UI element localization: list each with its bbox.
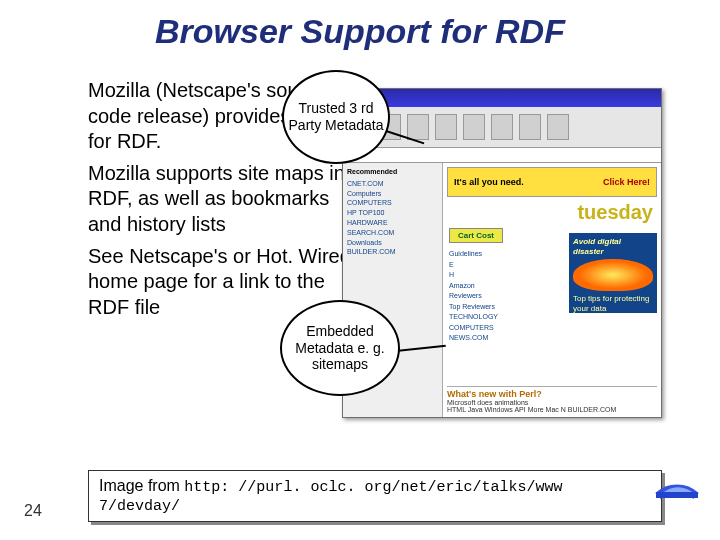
toolbar-icon: [491, 114, 513, 140]
sidebar-items: CNET.COM Computers COMPUTERS HP TOP100 H…: [347, 179, 438, 257]
toolbar-icon: [407, 114, 429, 140]
callout-text: Embedded Metadata e. g. sitemaps: [286, 323, 394, 373]
callout-trusted-metadata: Trusted 3 rd Party Metadata: [282, 70, 390, 164]
promo-box: Avoid digital disaster Top tips for prot…: [569, 233, 657, 313]
fireball-icon: [573, 259, 653, 291]
address-bar: [343, 147, 661, 163]
page-main: It's all you need. Click Here! tuesday C…: [443, 163, 661, 417]
slide-number: 24: [24, 502, 42, 520]
story-block: What's new with Perl? Microsoft does ani…: [447, 386, 657, 413]
paragraph-2: Mozilla supports site maps in RDF, as we…: [88, 161, 368, 238]
day-heading: tuesday: [443, 201, 661, 224]
credit-prefix: Image from: [99, 477, 184, 494]
corner-logo-icon: [654, 460, 700, 500]
promo-sub: Top tips for protecting your data: [573, 294, 653, 313]
cart-button: Cart Cost: [449, 228, 503, 243]
callout-text: Trusted 3 rd Party Metadata: [288, 100, 384, 134]
story-subtext: Microsoft does animations HTML Java Wind…: [447, 399, 657, 413]
story-headline: What's new with Perl?: [447, 389, 657, 399]
sidebar-header: Recommended: [347, 167, 438, 177]
window-titlebar: [343, 89, 661, 107]
svg-rect-0: [656, 492, 698, 498]
image-credit: Image from http: //purl. oclc. org/net/e…: [88, 470, 662, 522]
ad-banner: It's all you need. Click Here!: [447, 167, 657, 197]
slide-title: Browser Support for RDF: [0, 12, 720, 51]
toolbar-icon: [435, 114, 457, 140]
banner-cta: Click Here!: [603, 177, 650, 187]
callout-embedded-metadata: Embedded Metadata e. g. sitemaps: [280, 300, 400, 396]
toolbar-icon: [463, 114, 485, 140]
toolbar-icon: [547, 114, 569, 140]
promo-heading: Avoid digital disaster: [573, 237, 653, 256]
toolbar-icon: [519, 114, 541, 140]
toolbar-icons: [343, 107, 661, 147]
banner-text: It's all you need.: [454, 177, 524, 187]
